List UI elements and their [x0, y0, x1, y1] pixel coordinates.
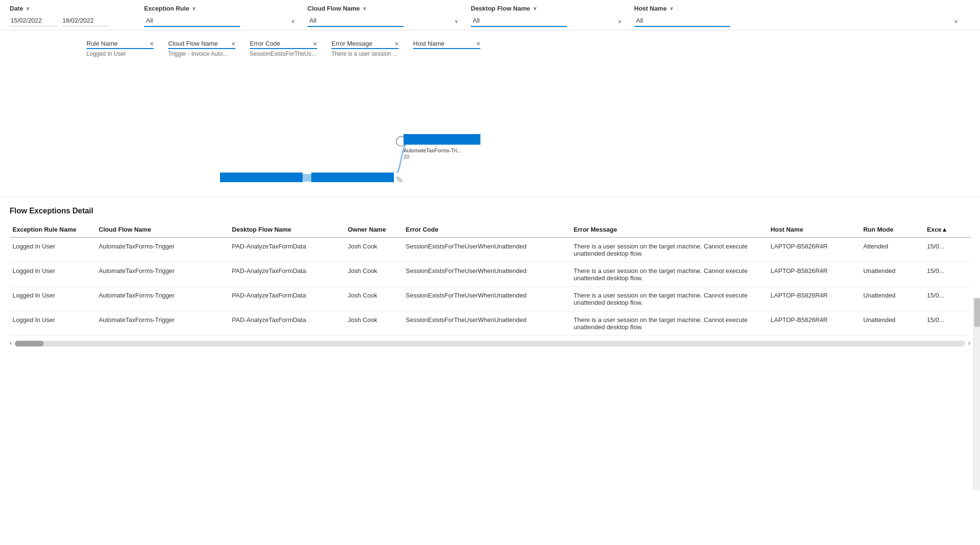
hostname-label: Host Name: [634, 5, 667, 12]
exception-rule-sort-icon: ∨: [192, 6, 196, 11]
cloud-flow-header[interactable]: Cloud Flow Name ∨: [307, 5, 461, 15]
cell-cloud-flow: AutomateTaxForms-Trigger: [96, 287, 229, 311]
cell-exce: 15/0...: [924, 287, 970, 311]
cell-host-name: LAPTOP-B5826R4R: [768, 237, 860, 262]
cell-error-message: There is a user session on the target ma…: [571, 262, 768, 287]
cell-owner: Josh Cook: [345, 311, 403, 336]
cell-cloud-flow: AutomateTaxForms-Trigger: [96, 237, 229, 262]
exception-rule-select[interactable]: All: [144, 15, 240, 27]
col-header-error-message[interactable]: Error Message: [571, 222, 768, 237]
col-header-exception-rule[interactable]: Exception Rule Name: [10, 222, 96, 237]
hostname-select[interactable]: All: [634, 15, 730, 27]
cloud-flow-filter-col: Cloud Flow Name ∨ All: [307, 5, 471, 27]
scroll-thumb: [15, 341, 44, 347]
col-header-error-code[interactable]: Error Code: [403, 222, 571, 237]
node-automate[interactable]: [404, 134, 480, 145]
desktop-flow-filter-col: Desktop Flow Name ∨ All: [471, 5, 634, 27]
date-filter-header[interactable]: Date ∨: [10, 5, 135, 15]
chip-rule-name-close[interactable]: ×: [150, 40, 154, 47]
col-header-exce[interactable]: Exce▲: [924, 222, 970, 237]
cell-run-mode: Attended: [860, 237, 924, 262]
desktop-flow-select[interactable]: All: [471, 15, 567, 27]
chip-host-name: Host Name ×: [413, 40, 480, 50]
table-row[interactable]: Logged In UserAutomateTaxForms-TriggerPA…: [10, 287, 970, 311]
cloud-flow-select[interactable]: All: [307, 15, 404, 27]
cloud-flow-select-wrapper: All: [307, 15, 461, 27]
cell-exce: 15/0...: [924, 262, 970, 287]
cell-desktop-flow: PAD-AnalyzeTaxFormData: [229, 237, 345, 262]
cell-owner: Josh Cook: [345, 287, 403, 311]
chip-error-code-close[interactable]: ×: [313, 40, 317, 47]
cell-run-mode: Unattended: [860, 311, 924, 336]
cell-host-name: LAPTOP-B5826R4R: [768, 287, 860, 311]
cell-owner: Josh Cook: [345, 262, 403, 287]
chip-cloud-flow-name-header: Cloud Flow Name ×: [168, 40, 235, 49]
chip-rule-name-value: Logged In User: [86, 50, 154, 57]
chip-rule-name-header: Rule Name ×: [86, 40, 154, 49]
cell-error-code: SessionExistsForTheUserWhenUnattended: [403, 287, 571, 311]
cell-run-mode: Unattended: [860, 262, 924, 287]
col-header-run-mode[interactable]: Run Mode: [860, 222, 924, 237]
cell-exception-rule: Logged In User: [10, 237, 96, 262]
horizontal-scrollbar[interactable]: [15, 341, 966, 347]
right-scrollbar[interactable]: [973, 298, 980, 490]
active-filters: Rule Name × Logged In User Cloud Flow Na…: [0, 30, 980, 62]
cell-host-name: LAPTOP-B5826R4R: [768, 311, 860, 336]
col-header-cloud-flow[interactable]: Cloud Flow Name: [96, 222, 229, 237]
chip-error-code-value: SessionExistsForTheUs...: [250, 50, 317, 57]
cell-desktop-flow: PAD-AnalyzeTaxFormData: [229, 262, 345, 287]
chip-error-code-header: Error Code ×: [250, 40, 317, 49]
page-wrapper: Date ∨ Exception Rule ∨ All: [0, 0, 980, 545]
cloud-flow-sort-icon: ∨: [363, 6, 366, 11]
exception-rule-label: Exception Rule: [144, 5, 189, 12]
chip-host-name-close[interactable]: ×: [477, 40, 480, 47]
cloud-flow-label: Cloud Flow Name: [307, 5, 360, 12]
chip-host-name-label: Host Name: [413, 40, 444, 47]
desktop-flow-label: Desktop Flow Name: [471, 5, 530, 12]
hostname-select-wrapper: All: [634, 15, 961, 27]
date-sort-icon: ∨: [26, 6, 29, 11]
table-row[interactable]: Logged In UserAutomateTaxForms-TriggerPA…: [10, 311, 970, 336]
filter-section: Date ∨ Exception Rule ∨ All: [0, 0, 980, 30]
hostname-header[interactable]: Host Name ∨: [634, 5, 961, 15]
chip-error-message-close[interactable]: ×: [395, 40, 399, 47]
chip-cloud-flow-name-label: Cloud Flow Name: [168, 40, 218, 47]
exception-rule-header[interactable]: Exception Rule ∨: [144, 5, 298, 15]
cell-error-message: There is a user session on the target ma…: [571, 237, 768, 262]
node-exceptions[interactable]: [220, 173, 303, 182]
col-header-host-name[interactable]: Host Name: [768, 222, 860, 237]
table-row[interactable]: Logged In UserAutomateTaxForms-TriggerPA…: [10, 237, 970, 262]
chip-error-message-value: There is a user session ...: [331, 50, 399, 57]
desktop-flow-select-wrapper: All: [471, 15, 625, 27]
chip-error-message-label: Error Message: [331, 40, 372, 47]
chip-cloud-flow-name-value: Trigger - Invoice Auto...: [168, 50, 235, 57]
chip-cloud-flow-name-close[interactable]: ×: [232, 40, 235, 47]
chip-error-code: Error Code × SessionExistsForTheUs...: [250, 40, 317, 57]
cell-error-code: SessionExistsForTheUserWhenUnattended: [403, 237, 571, 262]
chip-rule-name-label: Rule Name: [86, 40, 118, 47]
desktop-flow-header[interactable]: Desktop Flow Name ∨: [471, 5, 625, 15]
table-header-row: Exception Rule Name Cloud Flow Name Desk…: [10, 222, 970, 237]
hostname-sort-icon: ∨: [670, 6, 673, 11]
scroll-left-icon[interactable]: ‹: [10, 339, 12, 347]
cell-exception-rule: Logged In User: [10, 287, 96, 311]
hostname-filter-col: Host Name ∨ All: [634, 5, 970, 27]
date-to-input[interactable]: [61, 15, 110, 26]
col-header-desktop-flow[interactable]: Desktop Flow Name: [229, 222, 345, 237]
cell-error-message: There is a user session on the target ma…: [571, 311, 768, 336]
table-row[interactable]: Logged In UserAutomateTaxForms-TriggerPA…: [10, 262, 970, 287]
data-table: Exception Rule Name Cloud Flow Name Desk…: [10, 222, 970, 336]
date-from-input[interactable]: [10, 15, 58, 26]
cell-exce: 15/0...: [924, 237, 970, 262]
exception-rule-select-wrapper: All: [144, 15, 298, 27]
scroll-right-icon[interactable]: ›: [968, 339, 970, 347]
cell-desktop-flow: PAD-AnalyzeTaxFormData: [229, 311, 345, 336]
col-header-owner[interactable]: Owner Name: [345, 222, 403, 237]
flow-diagram: # of Exceptions 22 Logged In User 22 Aut…: [0, 62, 980, 197]
section-title: Flow Exceptions Detail: [10, 207, 970, 215]
node-user[interactable]: [311, 173, 394, 182]
cell-owner: Josh Cook: [345, 237, 403, 262]
cell-cloud-flow: AutomateTaxForms-Trigger: [96, 262, 229, 287]
cell-error-message: There is a user session on the target ma…: [571, 287, 768, 311]
cell-host-name: LAPTOP-B5826R4R: [768, 262, 860, 287]
